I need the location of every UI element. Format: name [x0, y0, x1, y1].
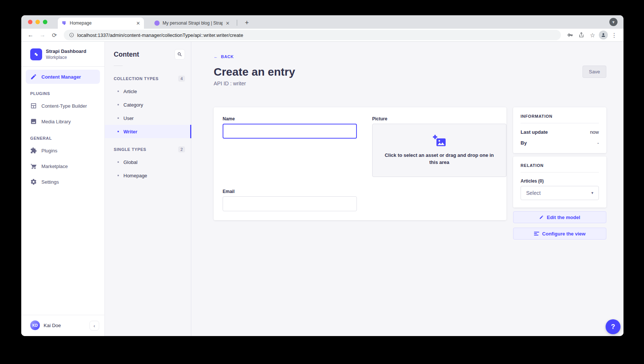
content-subnav: Content COLLECTION TYPES 4 Article Categ… [105, 42, 191, 336]
panel-divider [521, 123, 599, 123]
tab-title: Homepage [70, 20, 133, 26]
edit-model-label: Edit the model [547, 215, 580, 220]
subnav-item-user[interactable]: User [105, 111, 191, 125]
main-content: ← BACK Create an entry API ID : writer S… [191, 42, 623, 336]
bullet-icon [117, 161, 119, 163]
configure-view-button[interactable]: Configure the view [513, 228, 606, 240]
password-key-icon[interactable] [565, 30, 575, 40]
entry-form-card: Name Picture Click to select [214, 107, 506, 220]
tab-separator [237, 20, 237, 26]
browser-profile-avatar[interactable] [599, 31, 608, 39]
pencil-icon [539, 215, 544, 219]
minimize-window-button[interactable] [35, 20, 40, 24]
panel-divider [521, 172, 599, 172]
save-button[interactable]: Save [582, 66, 606, 78]
information-card: INFORMATION Last update now By - [513, 107, 606, 153]
subnav-item-article[interactable]: Article [105, 85, 191, 98]
subnav-item-global[interactable]: Global [105, 155, 191, 169]
tab-strapi-blog[interactable]: My personal Strapi blog | Strap ✕ [151, 18, 233, 29]
close-window-button[interactable] [28, 20, 32, 24]
picture-dropzone[interactable]: Click to select an asset or drag and dro… [372, 124, 506, 177]
share-icon[interactable] [577, 30, 586, 40]
select-placeholder: Select [526, 190, 541, 196]
subnav-item-writer[interactable]: Writer [105, 125, 191, 138]
sidebar-item-marketplace[interactable]: Marketplace [26, 159, 100, 173]
edit-model-button[interactable]: Edit the model [513, 211, 606, 223]
close-tab-icon[interactable]: ✕ [226, 21, 230, 26]
browser-menu-icon[interactable]: ⋮ [609, 30, 619, 40]
subnav-item-label: Article [123, 89, 137, 94]
name-input[interactable] [223, 124, 357, 139]
window-controls [28, 20, 47, 24]
sidebar-item-label: Settings [41, 179, 59, 185]
browser-tab-strip: Homepage ✕ My personal Strapi blog | Str… [21, 15, 623, 29]
sidebar-item-content-type-builder[interactable]: Content-Type Builder [26, 99, 100, 113]
sidebar-item-settings[interactable]: Settings [26, 175, 100, 189]
last-update-row: Last update now [521, 129, 599, 135]
bookmark-star-icon[interactable]: ☆ [588, 30, 597, 40]
email-field: Email [223, 189, 357, 211]
sidebar-item-label: Content Manager [41, 74, 81, 80]
workspace-header[interactable]: Strapi Dashboard Workplace [21, 42, 104, 66]
sidebar-item-label: Marketplace [41, 164, 68, 169]
url-bar[interactable]: localhost:1337/admin/content-manager/col… [64, 30, 561, 40]
sidebar-item-label: Content-Type Builder [41, 103, 87, 109]
page-title: Create an entry [214, 66, 295, 78]
app-subtitle: Workplace [46, 55, 86, 60]
count-badge: 2 [178, 146, 185, 152]
search-icon [177, 52, 182, 57]
help-button[interactable]: ? [606, 319, 621, 334]
close-tab-icon[interactable]: ✕ [136, 21, 140, 26]
reload-icon[interactable]: ⟳ [50, 30, 59, 40]
sidebar-item-plugins[interactable]: Plugins [26, 143, 100, 158]
cart-icon [30, 163, 37, 170]
subnav-item-label: Category [123, 102, 143, 108]
user-profile-row[interactable]: KD Kai Doe ‹ [21, 315, 104, 336]
subnav-item-label: User [123, 115, 133, 121]
new-tab-button[interactable]: + [242, 18, 252, 28]
info-label: By [521, 140, 527, 146]
info-value: - [597, 140, 599, 146]
configure-view-label: Configure the view [542, 231, 585, 237]
bullet-icon [117, 131, 119, 132]
tab-title: My personal Strapi blog | Strap [163, 20, 223, 26]
search-button[interactable] [175, 49, 185, 60]
sidebar-item-media-library[interactable]: Media Library [26, 114, 100, 129]
subnav-item-category[interactable]: Category [105, 98, 191, 111]
info-label: Last update [521, 129, 548, 135]
email-input[interactable] [223, 196, 357, 211]
bullet-icon [117, 104, 119, 105]
subnav-item-homepage[interactable]: Homepage [105, 169, 191, 182]
subnav-item-label: Global [123, 159, 138, 165]
subnav-title: Content [114, 51, 139, 58]
add-image-icon [432, 135, 446, 148]
forward-icon[interactable]: → [38, 30, 47, 40]
api-id-subtitle: API ID : writer [214, 80, 295, 86]
pen-icon [30, 73, 37, 80]
user-name: Kai Doe [44, 323, 61, 328]
collapse-sidebar-button[interactable]: ‹ [89, 321, 99, 330]
site-info-icon[interactable] [69, 32, 74, 38]
subnav-divider [114, 66, 123, 66]
maximize-window-button[interactable] [43, 20, 47, 24]
count-badge: 4 [178, 76, 185, 82]
chevron-down-icon: ▼ [591, 191, 594, 195]
single-types-header: SINGLE TYPES 2 [105, 143, 191, 155]
back-link[interactable]: ← BACK [214, 54, 234, 59]
back-icon[interactable]: ← [26, 30, 35, 40]
articles-select[interactable]: Select ▼ [521, 186, 599, 200]
right-panel: INFORMATION Last update now By - RELATIO… [513, 107, 606, 240]
back-label: BACK [221, 54, 234, 59]
layout-icon [30, 102, 37, 109]
tab-homepage[interactable]: Homepage ✕ [58, 18, 144, 29]
sidebar-item-label: Media Library [41, 119, 71, 124]
bullet-icon [117, 117, 119, 119]
relation-card: RELATION Articles (0) Select ▼ [513, 156, 606, 208]
articles-relation-label: Articles (0) [521, 178, 599, 184]
bullet-icon [117, 175, 119, 176]
sidebar-item-content-manager[interactable]: Content Manager [26, 70, 100, 84]
sidebar-section-plugins: PLUGINS [21, 85, 104, 98]
strapi-favicon-icon [62, 20, 67, 26]
email-label: Email [223, 189, 357, 194]
tab-search-chevron-icon[interactable]: ▼ [609, 18, 618, 26]
